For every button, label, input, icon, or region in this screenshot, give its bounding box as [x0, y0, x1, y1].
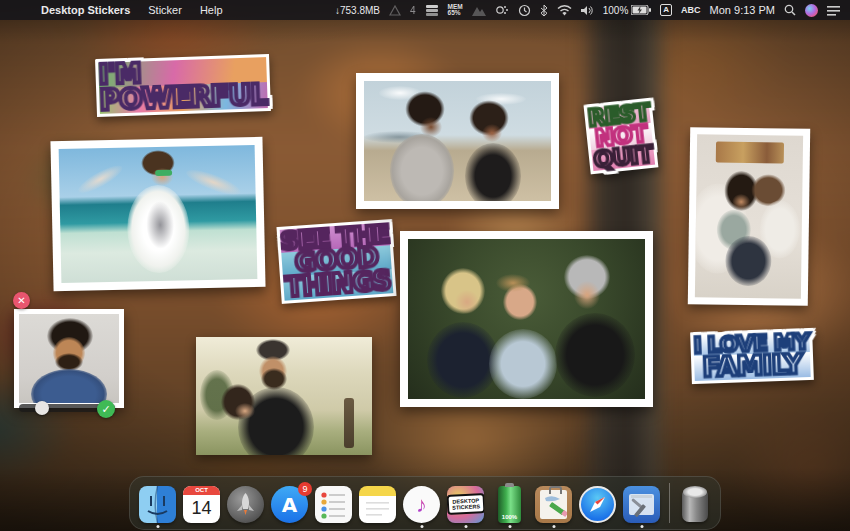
- photo-selfie-man[interactable]: [14, 309, 124, 408]
- fence-post: [344, 398, 354, 448]
- stickers-app-label-2: STICKERS: [452, 504, 480, 511]
- figure-face-right: [482, 124, 502, 142]
- sticker-text-line: POWERFUL: [99, 82, 267, 114]
- running-indicator: [552, 525, 555, 528]
- photo-image: [19, 314, 119, 403]
- desktop: Desktop Stickers Sticker Help ↓753.8MB 4…: [0, 0, 850, 531]
- menu-help[interactable]: Help: [191, 0, 232, 20]
- figure-mom-face: [732, 193, 750, 209]
- network-signal-icon[interactable]: [389, 5, 401, 16]
- sticker-see-the-good-things[interactable]: SEE THE GOOD THINGS: [280, 222, 394, 300]
- mem-value: 65%: [448, 10, 463, 17]
- sticker-close-button[interactable]: ✕: [13, 292, 30, 309]
- figure-sweater: [390, 134, 454, 201]
- dock-launchpad-icon[interactable]: [227, 486, 264, 523]
- figure-mother-face: [455, 290, 479, 314]
- spotlight-search-icon[interactable]: [784, 4, 796, 16]
- appstore-badge: 9: [298, 482, 312, 496]
- sticker-text-line: FAMILY: [694, 352, 811, 381]
- figure-son-hair: [496, 274, 530, 292]
- figure-arm-left: [75, 161, 125, 198]
- figure-mom-jeans: [725, 236, 772, 287]
- dock-appstore-icon[interactable]: A 9: [271, 486, 308, 523]
- input-source-icon[interactable]: A: [660, 4, 672, 16]
- battery-icon: [631, 5, 651, 15]
- photo-field-dad[interactable]: [196, 337, 372, 455]
- figure-father-shirt: [555, 313, 635, 397]
- dock-xcode-icon[interactable]: [623, 486, 660, 523]
- volume-icon[interactable]: [581, 5, 594, 16]
- sticker-im-powerful[interactable]: I'M POWERFUL: [98, 57, 267, 113]
- bluetooth-icon[interactable]: [540, 4, 548, 17]
- dock-safari-icon[interactable]: [579, 486, 616, 523]
- menu-bar: Desktop Stickers Sticker Help ↓753.8MB 4…: [0, 0, 850, 20]
- figure-girl-face: [235, 403, 255, 419]
- menu-sticker[interactable]: Sticker: [139, 0, 191, 20]
- dock-battery-app-icon[interactable]: 100%: [491, 486, 528, 523]
- dock-divider: [669, 483, 670, 523]
- dock-notes-icon[interactable]: [359, 486, 396, 523]
- wifi-icon[interactable]: [557, 5, 572, 16]
- running-indicator: [156, 525, 159, 528]
- photo-beach-girl[interactable]: [50, 137, 265, 291]
- running-indicator: [508, 525, 511, 528]
- figure-father-face: [574, 281, 600, 309]
- fan-settings-icon[interactable]: [495, 4, 509, 16]
- trash-paper: [683, 486, 707, 498]
- time-machine-icon[interactable]: [518, 4, 531, 17]
- photo-image: [408, 239, 645, 399]
- photo-image: [59, 145, 258, 283]
- running-indicator: [420, 525, 423, 528]
- photo-image: [364, 81, 551, 201]
- photo-mom-kids[interactable]: [688, 127, 810, 306]
- figure-sunglasses: [155, 169, 172, 175]
- dock-finder-icon[interactable]: [139, 486, 176, 523]
- menu-app-name[interactable]: Desktop Stickers: [32, 0, 139, 20]
- calendar-day: 14: [183, 495, 220, 521]
- photo-family-three[interactable]: [400, 231, 653, 407]
- dock-calendar-icon[interactable]: OCT 14: [183, 486, 220, 523]
- notification-center-icon[interactable]: [827, 5, 840, 16]
- battery-app-label: 100%: [498, 514, 521, 520]
- figure-blue-shirt: [31, 369, 107, 403]
- dock-itunes-icon[interactable]: ♪: [403, 486, 440, 523]
- running-indicator: [464, 525, 467, 528]
- siri-icon[interactable]: [805, 4, 818, 17]
- wall-art: [716, 141, 784, 163]
- battery-percent: 100%: [603, 5, 629, 16]
- dock-trash-icon[interactable]: [679, 486, 711, 523]
- dock-reminders-icon[interactable]: [315, 486, 352, 523]
- mountain-icon[interactable]: [472, 5, 486, 16]
- dock-desktop-stickers-icon[interactable]: DESKTOP STICKERS: [447, 486, 484, 523]
- figure-top-right: [465, 143, 521, 201]
- photo-two-women[interactable]: [356, 73, 559, 209]
- sticker-text-line: THINGS: [283, 269, 393, 300]
- photo-image: [695, 134, 803, 298]
- running-indicator: [640, 525, 643, 528]
- calendar-month: OCT: [183, 486, 220, 495]
- network-count: 4: [410, 5, 416, 16]
- sticker-rest-not-quit[interactable]: REST NOT QUIT: [587, 102, 655, 172]
- sticker-confirm-button[interactable]: ✓: [97, 400, 115, 418]
- download-speed-indicator[interactable]: ↓753.8MB: [335, 5, 380, 16]
- photo-image: [196, 337, 372, 455]
- disk-stack-icon[interactable]: [425, 5, 439, 16]
- figure-son-shirt: [489, 329, 557, 399]
- battery-status[interactable]: 100%: [603, 5, 652, 16]
- sticker-text-line: QUIT: [591, 144, 655, 171]
- input-source-abc[interactable]: ABC: [681, 5, 701, 15]
- figure-arm-right: [184, 165, 244, 200]
- sticker-i-love-my-family[interactable]: I LOVE MY FAMILY: [693, 332, 810, 381]
- dock: OCT 14 A 9 ♪: [129, 476, 721, 530]
- dock-memo-app-icon[interactable]: [535, 486, 572, 523]
- memory-usage-indicator[interactable]: MEM 65%: [448, 4, 463, 17]
- slider-knob[interactable]: [35, 401, 49, 415]
- menu-bar-clock[interactable]: Mon 9:13 PM: [710, 4, 775, 16]
